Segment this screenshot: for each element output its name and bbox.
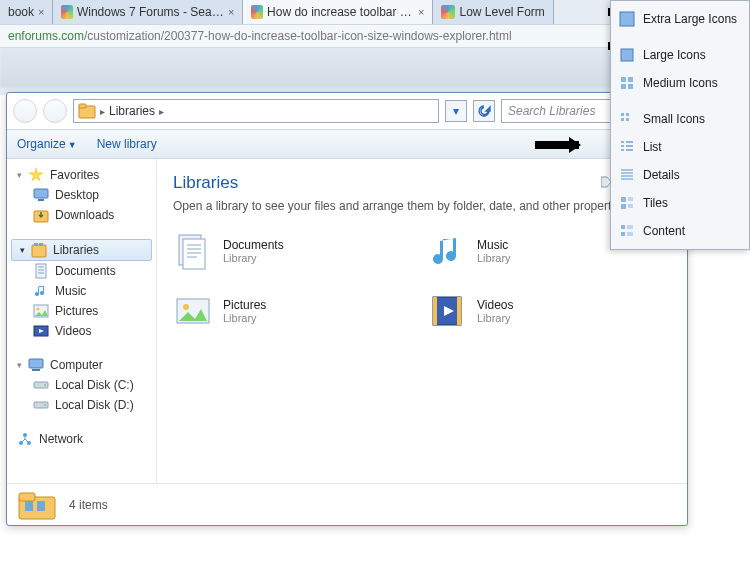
content-pane: Libraries Open a library to see your fil… bbox=[157, 159, 687, 483]
svg-rect-38 bbox=[25, 501, 33, 511]
breadcrumb-bar[interactable]: ▸ Libraries ▸ bbox=[73, 99, 439, 123]
close-icon[interactable]: × bbox=[228, 6, 234, 18]
network-icon bbox=[17, 431, 33, 447]
forward-button[interactable] bbox=[43, 99, 67, 123]
view-menu-item-details[interactable]: Details bbox=[613, 161, 747, 189]
svg-point-23 bbox=[44, 384, 46, 386]
new-library-button[interactable]: New library bbox=[97, 137, 157, 151]
view-menu-item-tiles[interactable]: Tiles bbox=[613, 189, 747, 217]
large-icons-icon bbox=[619, 47, 635, 63]
libraries-icon bbox=[31, 242, 47, 258]
nav-item-music[interactable]: Music bbox=[7, 281, 156, 301]
close-icon[interactable]: × bbox=[38, 6, 44, 18]
view-menu-item-content[interactable]: Content bbox=[613, 217, 747, 245]
network-group[interactable]: Network bbox=[7, 429, 156, 449]
nav-item-videos[interactable]: Videos bbox=[7, 321, 156, 341]
chevron-down-icon: ▼ bbox=[68, 140, 77, 150]
nav-item-desktop[interactable]: Desktop bbox=[7, 185, 156, 205]
group-label: Libraries bbox=[53, 243, 99, 257]
nav-item-disk-c[interactable]: Local Disk (C:) bbox=[7, 375, 156, 395]
list-icon bbox=[619, 139, 635, 155]
medium-icons-icon bbox=[619, 75, 635, 91]
computer-icon bbox=[28, 357, 44, 373]
svg-rect-11 bbox=[38, 199, 44, 201]
library-item-pictures[interactable]: PicturesLibrary bbox=[173, 291, 417, 331]
libraries-group[interactable]: ▾ Libraries bbox=[11, 239, 152, 261]
libraries-icon bbox=[78, 103, 96, 119]
svg-rect-47 bbox=[626, 113, 629, 116]
svg-rect-51 bbox=[621, 204, 626, 209]
nav-item-disk-d[interactable]: Local Disk (D:) bbox=[7, 395, 156, 415]
close-icon[interactable]: × bbox=[418, 6, 424, 18]
svg-point-25 bbox=[44, 404, 46, 406]
svg-rect-44 bbox=[621, 84, 626, 89]
svg-rect-13 bbox=[32, 245, 46, 257]
back-button[interactable] bbox=[13, 99, 37, 123]
svg-rect-1 bbox=[79, 104, 86, 108]
nav-item-pictures[interactable]: Pictures bbox=[7, 301, 156, 321]
group-label: Network bbox=[39, 432, 83, 446]
collapse-icon: ▾ bbox=[17, 360, 22, 370]
svg-rect-46 bbox=[621, 113, 624, 116]
favorites-group[interactable]: ▾ Favorites bbox=[7, 165, 156, 185]
svg-rect-15 bbox=[39, 243, 43, 246]
small-icons-icon bbox=[619, 111, 635, 127]
browser-tab[interactable]: Low Level Form bbox=[433, 0, 553, 24]
nav-item-downloads[interactable]: Downloads bbox=[7, 205, 156, 225]
view-menu-item-extra-large[interactable]: Extra Large Icons bbox=[613, 5, 747, 33]
favicon-icon bbox=[251, 5, 263, 19]
organize-button[interactable]: Organize▼ bbox=[17, 137, 77, 151]
tab-label: How do increase toolbar icon si... bbox=[267, 5, 414, 19]
refresh-button[interactable] bbox=[473, 100, 495, 122]
svg-rect-10 bbox=[34, 189, 48, 198]
computer-group[interactable]: ▾ Computer bbox=[7, 355, 156, 375]
content-subtitle: Open a library to see your files and arr… bbox=[173, 199, 671, 213]
svg-rect-30 bbox=[183, 239, 205, 269]
view-menu-item-small[interactable]: Small Icons bbox=[613, 105, 747, 133]
breadcrumb-item[interactable]: Libraries bbox=[109, 104, 155, 118]
browser-tab[interactable]: book × bbox=[0, 0, 53, 24]
content-title: Libraries bbox=[173, 173, 671, 193]
history-dropdown-button[interactable]: ▾ bbox=[445, 100, 467, 122]
pictures-library-icon bbox=[173, 291, 213, 331]
annotation-arrow bbox=[535, 141, 579, 149]
svg-rect-45 bbox=[628, 84, 633, 89]
svg-rect-43 bbox=[628, 77, 633, 82]
svg-rect-49 bbox=[626, 118, 629, 121]
collapse-icon: ▾ bbox=[20, 245, 25, 255]
svg-rect-40 bbox=[620, 12, 634, 26]
browser-tab-active[interactable]: How do increase toolbar icon si... × bbox=[243, 0, 433, 24]
explorer-window: ▸ Libraries ▸ ▾ Search Libraries Organiz… bbox=[6, 92, 688, 526]
group-label: Favorites bbox=[50, 168, 99, 182]
view-menu-item-list[interactable]: List bbox=[613, 133, 747, 161]
svg-point-28 bbox=[23, 433, 27, 437]
browser-tab[interactable]: Windows 7 Forums - Search Re... × bbox=[53, 0, 243, 24]
chevron-right-icon[interactable]: ▸ bbox=[100, 106, 105, 117]
search-placeholder: Search Libraries bbox=[508, 104, 595, 118]
disk-icon bbox=[33, 377, 49, 393]
library-item-videos[interactable]: VideosLibrary bbox=[427, 291, 671, 331]
svg-point-18 bbox=[37, 308, 40, 311]
details-icon bbox=[619, 167, 635, 183]
library-item-documents[interactable]: DocumentsLibrary bbox=[173, 231, 417, 271]
pictures-icon bbox=[33, 303, 49, 319]
nav-item-documents[interactable]: Documents bbox=[7, 261, 156, 281]
status-bar: 4 items bbox=[7, 483, 687, 525]
view-slider-thumb[interactable] bbox=[601, 175, 611, 189]
svg-rect-53 bbox=[621, 232, 625, 236]
desktop-icon bbox=[33, 187, 49, 203]
chevron-right-icon[interactable]: ▸ bbox=[159, 106, 164, 117]
view-menu-item-medium[interactable]: Medium Icons bbox=[613, 69, 747, 97]
tab-label: Windows 7 Forums - Search Re... bbox=[77, 5, 224, 19]
refresh-icon bbox=[477, 104, 491, 118]
svg-rect-42 bbox=[621, 77, 626, 82]
favicon-icon bbox=[61, 5, 72, 19]
svg-rect-37 bbox=[19, 493, 35, 501]
svg-rect-52 bbox=[621, 225, 625, 229]
downloads-icon bbox=[33, 207, 49, 223]
documents-icon bbox=[33, 263, 49, 279]
libraries-folder-icon bbox=[17, 489, 57, 521]
view-menu-item-large[interactable]: Large Icons bbox=[613, 41, 747, 69]
svg-rect-20 bbox=[29, 359, 43, 368]
view-menu: Extra Large Icons Large Icons Medium Ico… bbox=[610, 0, 750, 250]
